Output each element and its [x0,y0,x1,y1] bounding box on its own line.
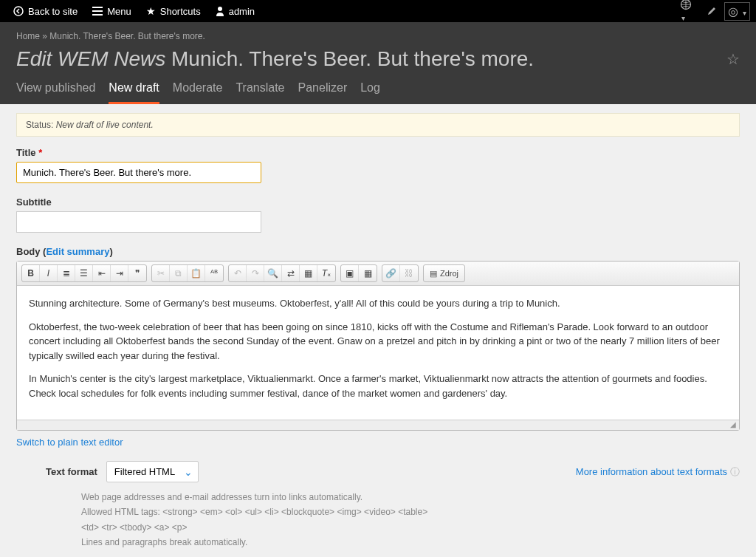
removeformat-button[interactable]: Tₓ [317,265,335,281]
selectall-icon: ▦ [304,268,312,278]
admin-toolbar: Back to site Menu ★ Shortcuts admin ▾ ◎ … [0,0,756,22]
italic-button[interactable]: I [40,265,58,281]
indent-icon: ⇥ [116,268,123,278]
language-button[interactable]: ▾ [673,0,699,24]
body-paragraph: In Munich's center is the city's largest… [29,372,727,400]
body-paragraph: Oktoberfest, the two-week celebration of… [29,320,727,363]
paste-icon: 📋 [190,268,202,278]
subtitle-label: Subtitle [16,197,740,208]
unlink-icon: ⛓ [405,268,413,278]
unordered-list-icon: ☰ [80,268,88,278]
tab-panelizer[interactable]: Panelizer [298,81,348,104]
editor-body[interactable]: Stunning architecture. Some of Germany's… [17,286,739,420]
removeformat-icon: Tₓ [322,268,331,278]
shortcuts-label: Shortcuts [160,6,201,17]
image-icon: ▣ [346,268,354,278]
back-to-site-label: Back to site [28,6,78,17]
page-header: Home » Munich. There's Beer. But there's… [0,22,756,104]
caret-down-icon: ▾ [681,14,685,22]
edit-summary-link[interactable]: Edit summary [46,246,109,257]
field-title: Title * [16,147,740,183]
image-button[interactable]: ▣ [341,265,359,281]
text-format-select[interactable]: Filtered HTML [106,461,199,482]
format-help-text: Web page addresses and e-mail addresses … [16,490,430,550]
link-button[interactable]: 🔗 [382,265,400,281]
user-label: admin [229,6,255,17]
text-format-label: Text format [46,466,97,477]
page-title-prefix: Edit WEM News [16,47,165,70]
shortcuts-button[interactable]: ★ Shortcuts [139,5,208,17]
page-title: Edit WEM News Munich. There's Beer. But … [16,47,740,71]
menu-label: Menu [107,6,131,17]
unordered-list-button[interactable]: ☰ [75,265,93,281]
globe-icon [680,0,692,10]
tab-new-draft[interactable]: New draft [109,81,159,104]
spellcheck-button[interactable]: ᴬᴮ [205,265,223,281]
svg-point-1 [218,7,222,11]
tab-view-published[interactable]: View published [16,81,95,104]
status-value: New draft of live content. [56,120,154,130]
source-button[interactable]: ▤ Zdroj [424,265,464,281]
cut-icon: ✂ [157,268,165,278]
page-title-main: Munich. There's Beer. But there's more. [171,47,534,70]
status-message: Status: New draft of live content. [16,113,740,137]
subtitle-input[interactable] [16,211,261,233]
tab-translate[interactable]: Translate [236,81,284,104]
tab-moderate[interactable]: Moderate [173,81,223,104]
star-icon: ★ [146,5,156,17]
source-icon: ▤ [430,269,437,278]
star-outline-icon[interactable]: ☆ [726,50,740,68]
hamburger-icon [92,7,103,16]
search-icon: 🔍 [267,268,278,278]
undo-button[interactable]: ↶ [229,265,247,281]
editor-toolbar: B I ≣ ☰ ⇤ ⇥ ❞ ✂ ⧉ 📋 ᴬᴮ ↶ ↷ 🔍 [17,262,739,286]
required-marker: * [38,147,42,158]
status-label: Status: [26,120,56,130]
paste-button[interactable]: 📋 [188,265,205,281]
breadcrumb[interactable]: Home » Munich. There's Beer. But there's… [16,31,740,41]
outdent-button[interactable]: ⇤ [93,265,111,281]
field-body: Body (Edit summary) B I ≣ ☰ ⇤ ⇥ ❞ ✂ ⧉ 📋 … [16,246,740,550]
edit-button[interactable] [699,6,724,16]
outdent-icon: ⇤ [98,268,106,278]
body-label: Body (Edit summary) [16,246,740,257]
back-to-site-button[interactable]: Back to site [6,6,85,17]
caret-down-icon: ▾ [743,9,746,17]
target-icon: ◎ [728,5,738,18]
pencil-icon [707,6,717,16]
replace-icon: ⇄ [287,268,295,278]
ordered-list-icon: ≣ [63,268,70,278]
copy-icon: ⧉ [175,268,182,278]
field-subtitle: Subtitle [16,197,740,233]
indent-button[interactable]: ⇥ [111,265,128,281]
replace-button[interactable]: ⇄ [282,265,300,281]
unlink-button[interactable]: ⛓ [400,265,418,281]
env-button[interactable]: ◎ ▾ [724,2,750,21]
menu-button[interactable]: Menu [85,6,139,17]
bold-button[interactable]: B [22,265,40,281]
title-input[interactable] [16,162,261,183]
blockquote-button[interactable]: ❞ [128,265,146,281]
rich-text-editor: B I ≣ ☰ ⇤ ⇥ ❞ ✂ ⧉ 📋 ᴬᴮ ↶ ↷ 🔍 [16,261,740,431]
quote-icon: ❞ [135,268,140,278]
ordered-list-button[interactable]: ≣ [58,265,75,281]
redo-icon: ↷ [252,268,259,278]
tab-log[interactable]: Log [360,81,380,104]
copy-button[interactable]: ⧉ [170,265,188,281]
svg-point-0 [14,7,23,16]
user-button[interactable]: admin [208,6,262,17]
user-icon [216,6,224,16]
redo-button[interactable]: ↷ [247,265,264,281]
text-format-row: Text format Filtered HTML ⌄ More informa… [16,448,740,487]
title-label: Title * [16,147,740,158]
source-label: Zdroj [440,269,458,278]
find-button[interactable]: 🔍 [264,265,282,281]
selectall-button[interactable]: ▦ [300,265,317,281]
cut-button[interactable]: ✂ [152,265,170,281]
primary-tabs: View published New draft Moderate Transl… [16,81,740,104]
editor-resize-handle[interactable]: ◢ [17,420,739,430]
switch-plain-text-link[interactable]: Switch to plain text editor [16,437,123,448]
table-icon: ▦ [364,268,372,278]
more-info-link[interactable]: More information about text formats ⓘ [576,465,740,479]
table-button[interactable]: ▦ [359,265,377,281]
